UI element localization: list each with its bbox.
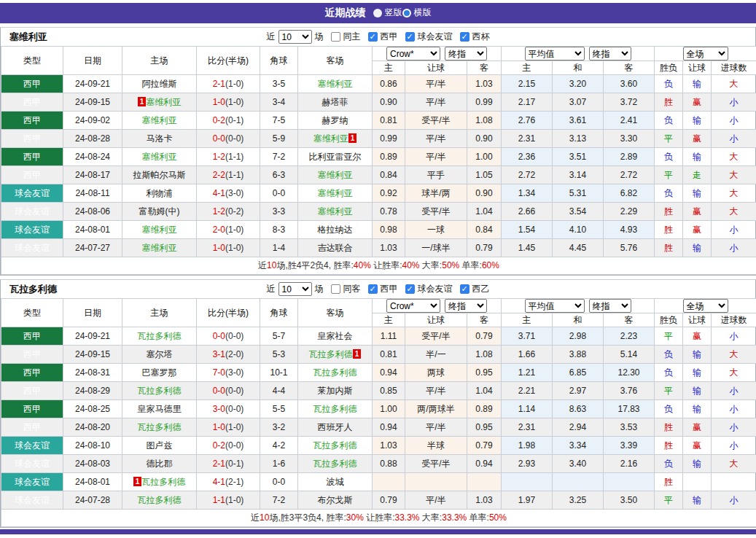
same-venue-checkbox[interactable]: [331, 32, 340, 42]
average-odds-cell: 3.34: [553, 437, 604, 455]
radio-selected-icon[interactable]: [373, 9, 382, 17]
competition-type-cell: 西甲: [1, 112, 63, 130]
handicap-odds-cell: 平/半: [405, 148, 467, 166]
average-odds-cell: 1.66: [502, 346, 553, 364]
result-subheader: 胜负: [655, 61, 683, 75]
competition-checkbox-0[interactable]: [368, 284, 378, 294]
corner-header: 角球: [260, 47, 298, 75]
average-odds-cell: 3.30: [604, 130, 655, 148]
match-date-cell: 24-08-20: [63, 418, 122, 437]
summary-segment: 10: [267, 260, 276, 270]
match-date-cell: 24-08-11: [63, 184, 122, 203]
competition-label: 西甲: [381, 283, 398, 295]
recent-prefix-label: 近: [267, 283, 276, 295]
home-team-cell: 塞维利亚: [122, 148, 197, 166]
competition-checkbox-0[interactable]: [368, 32, 378, 42]
handicap-odds-cell: 0.99: [467, 93, 502, 112]
orientation-radio-0[interactable]: 竖版: [373, 7, 402, 19]
summary-segment: 50%: [489, 512, 507, 523]
final-index-select-2[interactable]: 终指: [589, 299, 631, 313]
score-header: 比分(半场): [197, 299, 260, 327]
final-index-select-1[interactable]: 终指: [445, 299, 487, 313]
average-odds-cell: 8.63: [553, 400, 604, 418]
average-odds-cell: 3.14: [553, 166, 604, 184]
result-cell: 小: [712, 93, 756, 112]
match-date-cell: 24-07-27: [63, 239, 122, 257]
result-cell: 大: [712, 346, 756, 364]
average-odds-cell: 2.66: [502, 203, 553, 221]
red-card-badge: 1: [353, 349, 362, 359]
fulltime-score: 0-2: [213, 440, 225, 451]
team-section-0: 塞维利亚近10场同主西甲球会友谊西杯类型日期主场比分(半场)角球客场Crow*终…: [0, 27, 756, 276]
table-row: 西甲24-09-21瓦拉多利德0-0(0-0)5-7皇家社会1.11受平/半0.…: [1, 327, 756, 346]
competition-label: 西杯: [472, 31, 490, 43]
halftime-score: (1-0): [225, 495, 243, 505]
corner-cell: 5-9: [260, 130, 298, 148]
average-odds-cell: 3.60: [604, 75, 655, 93]
away-team-name: 吉达联合: [318, 243, 353, 253]
handicap-odds-cell: 1.00: [373, 400, 405, 418]
halftime-score: (0-1): [225, 459, 243, 469]
bookmaker-select[interactable]: Crow*: [386, 299, 440, 313]
date-header: 日期: [63, 47, 122, 75]
final-index-select-1[interactable]: 终指: [445, 47, 487, 61]
table-row: 西甲24-08-24塞维利亚1-2(1-1)7-2比利亚雷亚尔0.89平/半1.…: [1, 148, 756, 166]
average-select[interactable]: 平均值: [525, 299, 585, 313]
recent-count-select[interactable]: 10: [278, 282, 312, 296]
away-team-name: 波城: [327, 477, 344, 487]
result-subheader: 让球: [683, 61, 712, 75]
avg-subheader: 和: [553, 61, 604, 75]
handicap-odds-cell: 1.03: [467, 491, 502, 510]
competition-checkbox-1[interactable]: [405, 32, 415, 42]
average-odds-cell: 2.21: [502, 382, 553, 400]
full-match-select[interactable]: 全场: [683, 47, 728, 61]
competition-checkbox-2[interactable]: [460, 284, 469, 294]
home-team-cell: 图卢兹: [122, 437, 197, 455]
home-team-cell: 瓦拉多利德: [122, 491, 197, 510]
competition-checkbox-2[interactable]: [460, 32, 469, 42]
result-cell: 平: [655, 327, 683, 346]
final-index-select-2[interactable]: 终指: [589, 47, 631, 61]
score-cell: 0-2(0-0): [197, 437, 260, 455]
average-odds-cell: 6.85: [553, 364, 604, 382]
halftime-score: (0-0): [225, 404, 243, 414]
average-odds-cell: 2.98: [553, 327, 604, 346]
competition-type-cell: 西甲: [1, 382, 63, 400]
home-team-name: 马洛卡: [147, 133, 173, 144]
orientation-radio-1[interactable]: 横版: [402, 7, 432, 19]
page-title: 近期战绩: [325, 7, 366, 20]
result-cell: 平: [655, 130, 683, 148]
average-odds-cell: 2.41: [604, 112, 655, 130]
average-select[interactable]: 平均值: [525, 47, 585, 61]
average-odds-cell: 2.29: [604, 203, 655, 221]
avg-subheader: 客: [604, 313, 655, 327]
average-odds-cell: 2.16: [604, 455, 655, 473]
home-team-name: 图卢兹: [147, 440, 173, 451]
halftime-score: (0-1): [225, 115, 243, 125]
competition-type-cell: 西甲: [1, 148, 63, 166]
average-odds-cell: 4.45: [553, 239, 604, 257]
summary-segment: 近: [258, 260, 267, 270]
average-odds-cell: 17.83: [604, 400, 655, 418]
result-cell: 赢: [683, 203, 712, 221]
radio-unselected-icon[interactable]: [402, 9, 411, 17]
bookmaker-select[interactable]: Crow*: [386, 47, 440, 61]
away-team-name: 塞维利亚: [318, 206, 353, 217]
result-cell: 赢: [683, 418, 712, 437]
home-team-name: 塞维利亚: [142, 152, 177, 162]
halftime-score: (1-0): [225, 79, 243, 89]
full-match-select[interactable]: 全场: [683, 299, 728, 313]
handicap-odds-cell: 0.94: [373, 418, 405, 437]
competition-type-cell: 球会友谊: [1, 184, 63, 203]
result-cell: 输: [683, 148, 712, 166]
competition-checkbox-1[interactable]: [405, 284, 415, 294]
result-cell: 负: [655, 184, 683, 203]
handicap-odds-cell: 受平/半: [405, 203, 467, 221]
same-venue-checkbox[interactable]: [331, 284, 340, 294]
recent-count-select[interactable]: 10: [278, 30, 312, 44]
corner-cell: 1-4: [260, 239, 298, 257]
result-cell: 小: [712, 491, 756, 510]
away-team-name: 比利亚雷亚尔: [309, 152, 362, 162]
away-team-cell: 莱加内斯: [298, 382, 373, 400]
handicap-odds-cell: 1.03: [467, 75, 502, 93]
